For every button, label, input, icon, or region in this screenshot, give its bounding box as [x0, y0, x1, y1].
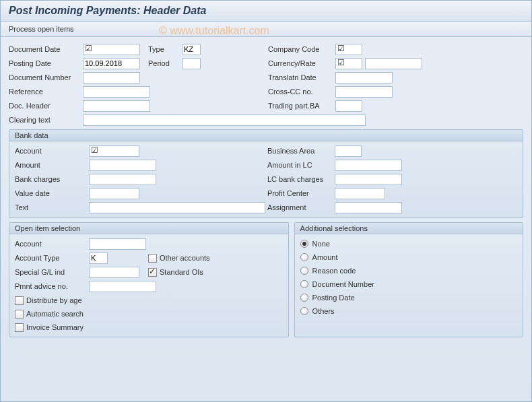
company-code-field[interactable] [335, 44, 362, 55]
pmnt-advice-field[interactable] [89, 281, 156, 292]
other-accounts-checkbox[interactable] [148, 254, 157, 263]
lc-bank-charges-field[interactable] [335, 174, 402, 185]
account-type-field[interactable] [89, 253, 108, 264]
translatn-date-field[interactable] [335, 72, 393, 83]
radio-option-amount[interactable]: Amount [300, 250, 517, 264]
radio-icon[interactable] [300, 253, 308, 261]
oi-account-field[interactable] [89, 238, 146, 250]
radio-label: Posting Date [312, 294, 355, 302]
period-field[interactable] [182, 58, 201, 69]
radio-icon[interactable] [300, 267, 308, 275]
bank-account-field[interactable] [89, 145, 139, 157]
trading-part-field[interactable] [335, 100, 362, 112]
assignment-label: Assignment [267, 203, 335, 211]
standard-ois-checkbox[interactable] [148, 268, 157, 277]
document-number-field[interactable] [83, 72, 140, 83]
automatic-search-checkbox[interactable] [15, 310, 24, 319]
value-date-field[interactable] [89, 188, 139, 199]
other-accounts-label: Other accounts [160, 254, 210, 262]
bank-text-label: Text [15, 203, 89, 211]
radio-label: None [312, 240, 330, 248]
posting-date-field[interactable] [83, 58, 140, 69]
document-date-field[interactable] [83, 44, 140, 55]
clearing-text-label: Clearing text [9, 116, 83, 124]
doc-header-label: Doc. Header [9, 102, 83, 110]
type-field[interactable] [182, 44, 201, 55]
type-label: Type [148, 45, 182, 53]
invoice-summary-checkbox[interactable] [15, 323, 24, 332]
amount-lc-field[interactable] [335, 160, 402, 171]
trading-part-label: Trading part.BA [268, 102, 335, 110]
doc-header-field[interactable] [83, 100, 150, 112]
profit-center-label: Profit Center [267, 189, 335, 197]
standard-ois-label: Standard OIs [160, 268, 203, 276]
bank-data-section: Bank data Account Amount Bank charge [9, 129, 523, 218]
posting-date-label: Posting Date [9, 59, 83, 67]
bank-charges-label: Bank charges [15, 175, 89, 183]
additional-header: Additional selections [295, 223, 523, 234]
amount-lc-label: Amount in LC [267, 161, 335, 169]
oi-account-label: Account [15, 240, 89, 248]
radio-icon[interactable] [300, 294, 308, 302]
distribute-by-age-label: Distribute by age [26, 296, 82, 304]
sap-window: © www.tutorialkart.com Post Incoming Pay… [0, 0, 532, 402]
amount-label: Amount [15, 161, 89, 169]
radio-label: Amount [312, 253, 338, 261]
business-area-label: Business Area [267, 147, 335, 155]
cross-cc-label: Cross-CC no. [268, 88, 335, 96]
content-area: Document Date Type Posting Date Period D… [1, 37, 531, 343]
translatn-date-label: Translatn Date [268, 73, 335, 81]
bank-text-field[interactable] [89, 202, 265, 213]
radio-option-posting-date[interactable]: Posting Date [300, 291, 517, 304]
currency-field[interactable] [335, 58, 362, 69]
clearing-text-field[interactable] [83, 114, 366, 126]
bank-charges-field[interactable] [89, 174, 156, 185]
radio-label: Reason code [312, 267, 356, 275]
value-date-label: Value date [15, 189, 89, 197]
radio-option-document-number[interactable]: Document Number [300, 277, 517, 291]
document-number-label: Document Number [9, 73, 83, 81]
bank-data-header: Bank data [9, 130, 523, 141]
radio-option-reason-code[interactable]: Reason code [300, 264, 517, 277]
lc-bank-charges-label: LC bank charges [267, 175, 335, 183]
radio-option-others[interactable]: Others [300, 304, 517, 318]
document-date-label: Document Date [9, 45, 83, 53]
bank-account-label: Account [15, 147, 89, 155]
radio-icon[interactable] [300, 280, 308, 288]
special-gl-label: Special G/L ind [15, 268, 89, 276]
radio-label: Document Number [312, 280, 374, 288]
cross-cc-field[interactable] [335, 86, 393, 98]
radio-label: Others [312, 307, 335, 315]
account-type-label: Account Type [15, 254, 89, 262]
business-area-field[interactable] [335, 145, 362, 157]
open-item-header: Open item selection [9, 223, 288, 234]
open-item-selection-section: Open item selection Account Account Type… [9, 222, 289, 337]
radio-option-none[interactable]: None [300, 237, 517, 250]
currency-rate-label: Currency/Rate [268, 59, 335, 67]
page-title: Post Incoming Payments: Header Data [1, 1, 531, 22]
period-label: Period [148, 59, 182, 67]
company-code-label: Company Code [268, 45, 335, 53]
process-open-items-button[interactable]: Process open items [9, 25, 74, 33]
radio-icon[interactable] [300, 307, 308, 315]
additional-selections-section: Additional selections NoneAmountReason c… [294, 222, 523, 337]
reference-field[interactable] [83, 86, 150, 98]
toolbar: Process open items [1, 22, 531, 37]
assignment-field[interactable] [335, 202, 402, 213]
special-gl-field[interactable] [89, 267, 139, 278]
rate-field[interactable] [365, 58, 422, 69]
radio-icon[interactable] [300, 240, 308, 248]
amount-field[interactable] [89, 160, 156, 171]
distribute-by-age-checkbox[interactable] [15, 296, 24, 305]
pmnt-advice-label: Pmnt advice no. [15, 282, 89, 290]
reference-label: Reference [9, 88, 83, 96]
invoice-summary-label: Invoice Summary [26, 323, 84, 331]
profit-center-field[interactable] [335, 188, 385, 199]
automatic-search-label: Automatic search [26, 310, 84, 318]
